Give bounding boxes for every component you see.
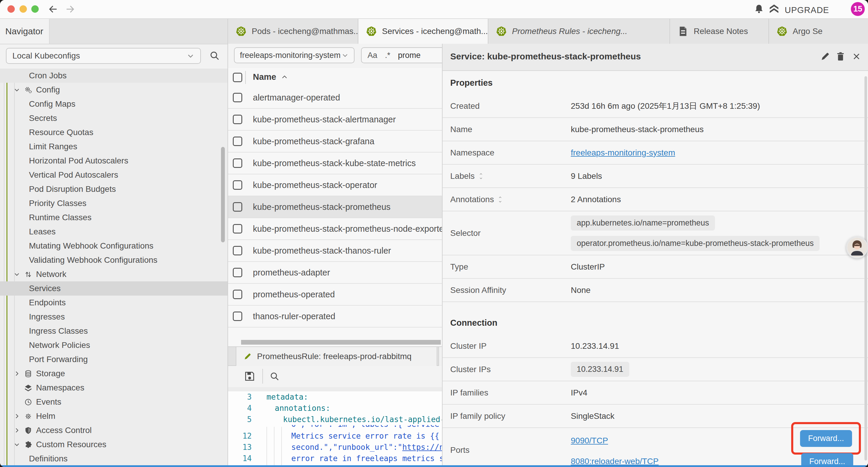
sidebar-item-pod-disruption-budgets[interactable]: Pod Disruption Budgets	[0, 182, 227, 196]
drawer-scrollbar[interactable]	[864, 76, 867, 461]
close-window-button[interactable]	[7, 5, 15, 13]
sidebar-item-helm[interactable]: Helm	[0, 409, 227, 423]
namespace-link[interactable]: freeleaps-monitoring-system	[571, 148, 675, 157]
service-name: kube-prometheus-stack-kube-state-metrics	[228, 158, 416, 168]
search-input[interactable]: Aa .* prome	[361, 47, 450, 63]
maximize-window-button[interactable]	[31, 5, 39, 13]
line-number: 3	[228, 391, 252, 403]
name-column-header[interactable]: Name	[253, 72, 288, 82]
sidebar-item-resource-quotas[interactable]: Resource Quotas	[0, 125, 227, 140]
sidebar-item-validating-webhook-configurations[interactable]: Validating Webhook Configurations	[0, 253, 227, 267]
tab-label: Argo Se	[793, 27, 823, 36]
sidebar-item-config[interactable]: Config	[0, 83, 227, 97]
row-checkbox[interactable]	[233, 268, 242, 277]
toolbar-divider	[262, 369, 263, 384]
tab-release-notes[interactable]: Release Notes	[670, 19, 769, 44]
match-case-toggle[interactable]: Aa	[368, 51, 377, 60]
line-number: 14	[228, 453, 252, 464]
navigator-scrollbar[interactable]	[221, 147, 225, 242]
helm-icon	[24, 412, 32, 420]
sidebar-item-label: Services	[0, 284, 61, 293]
select-all-checkbox[interactable]	[233, 73, 242, 82]
port-link[interactable]: 9090/TCP	[571, 436, 608, 445]
search-icon[interactable]	[209, 50, 220, 61]
search-icon[interactable]	[270, 371, 279, 381]
sidebar-item-custom-resources[interactable]: Custom Resources	[0, 437, 227, 451]
property-label: Namespace	[450, 148, 494, 157]
sidebar-item-mutating-webhook-configurations[interactable]: Mutating Webhook Configurations	[0, 239, 227, 253]
avatar[interactable]	[846, 236, 868, 258]
sidebar-item-definitions[interactable]: Definitions	[0, 451, 227, 466]
regex-toggle[interactable]: .*	[385, 51, 390, 60]
bell-icon[interactable]	[754, 4, 764, 14]
row-checkbox[interactable]	[233, 312, 242, 321]
sidebar-item-services[interactable]: Services	[0, 282, 227, 296]
row-checkbox[interactable]	[233, 202, 242, 212]
sidebar-item-network-policies[interactable]: Network Policies	[0, 338, 227, 352]
forward-button[interactable]: Forward...	[801, 453, 853, 467]
row-checkbox[interactable]	[233, 180, 242, 190]
sidebar-item-limit-ranges[interactable]: Limit Ranges	[0, 140, 227, 154]
sidebar-item-access-control[interactable]: Access Control	[0, 423, 227, 437]
drawer-header: Service: kube-prometheus-stack-prometheu…	[442, 44, 868, 71]
forward-button[interactable]: Forward...	[800, 430, 852, 447]
property-row-namespace: Namespacefreeleaps-monitoring-system	[442, 141, 868, 165]
sort-updown-icon[interactable]	[498, 196, 503, 203]
tab-services-icecheng-math[interactable]: Services - icecheng@math...	[359, 19, 488, 44]
sidebar-item-cron-jobs[interactable]: Cron Jobs	[0, 68, 227, 83]
row-checkbox[interactable]	[233, 93, 242, 102]
code-text: error rate in freeleaps metrics ser	[291, 453, 453, 464]
sidebar-item-ingress-classes[interactable]: Ingress Classes	[0, 324, 227, 338]
sidebar-item-secrets[interactable]: Secrets	[0, 111, 227, 125]
sidebar-item-priority-classes[interactable]: Priority Classes	[0, 196, 227, 210]
row-checkbox[interactable]	[233, 137, 242, 146]
chevron-right-icon	[13, 427, 20, 434]
sidebar-item-events[interactable]: Events	[0, 395, 227, 409]
sidebar-item-label: Ingresses	[0, 312, 65, 322]
namespace-filter-value: freeleaps-monitoring-system	[240, 51, 341, 60]
tab-navigator[interactable]: Navigator	[0, 19, 50, 44]
row-checkbox[interactable]	[233, 224, 242, 233]
property-label: Selector	[450, 229, 481, 238]
edit-pencil-icon[interactable]	[820, 52, 830, 61]
sidebar-item-horizontal-pod-autoscalers[interactable]: Horizontal Pod Autoscalers	[0, 154, 227, 168]
sidebar-item-config-maps[interactable]: Config Maps	[0, 97, 227, 111]
close-icon[interactable]	[851, 52, 862, 61]
port-link[interactable]: 8080:reloader-web/TCP	[571, 457, 658, 466]
tab-prometheus-rules-icecheng[interactable]: Prometheus Rules - icecheng...	[488, 19, 670, 44]
sidebar-item-label: Endpoints	[0, 298, 66, 308]
sidebar-item-namespaces[interactable]: Namespaces	[0, 381, 227, 395]
code-text: Metrics service error rate is {{ $va	[291, 430, 458, 442]
sidebar-item-vertical-pod-autoscalers[interactable]: Vertical Pod Autoscalers	[0, 168, 227, 182]
upgrade-label[interactable]: UPGRADE	[785, 5, 829, 15]
sidebar-item-storage[interactable]: Storage	[0, 367, 227, 381]
row-checkbox[interactable]	[233, 158, 242, 168]
tab-argo-se[interactable]: Argo Se	[769, 19, 868, 44]
sidebar-item-network[interactable]: Network	[0, 267, 227, 282]
save-icon[interactable]	[244, 371, 255, 382]
tab-prometheusrule-editor[interactable]: PrometheusRule: freeleaps-prod-rabbitmq	[236, 347, 437, 366]
kubeconfig-select[interactable]: Local Kubeconfigs	[6, 48, 201, 64]
table-horizontal-scrollbar[interactable]	[241, 340, 441, 345]
sidebar-item-label: Limit Ranges	[0, 142, 77, 151]
sidebar-item-runtime-classes[interactable]: Runtime Classes	[0, 210, 227, 225]
port-line: 8080:reloader-web/TCPForward...	[442, 451, 868, 467]
sidebar-item-endpoints[interactable]: Endpoints	[0, 296, 227, 310]
sort-updown-icon[interactable]	[478, 172, 484, 180]
tab-label: Prometheus Rules - icecheng...	[512, 27, 627, 36]
row-checkbox[interactable]	[233, 290, 242, 299]
namespace-filter-select[interactable]: freeleaps-monitoring-system	[234, 47, 354, 63]
sidebar-item-leases[interactable]: Leases	[0, 225, 227, 239]
upgrade-icon[interactable]	[769, 4, 779, 14]
minimize-window-button[interactable]	[20, 5, 27, 13]
row-checkbox[interactable]	[233, 115, 242, 124]
forward-icon[interactable]	[65, 4, 75, 14]
sidebar-item-ingresses[interactable]: Ingresses	[0, 310, 227, 324]
property-value: 9 Labels	[571, 171, 602, 181]
tab-pods-icecheng-mathmas[interactable]: Pods - icecheng@mathmas...	[228, 19, 359, 44]
sidebar-item-port-forwarding[interactable]: Port Forwarding	[0, 352, 227, 367]
notification-count-badge[interactable]: 15	[851, 2, 865, 16]
delete-trash-icon[interactable]	[836, 52, 845, 61]
back-icon[interactable]	[48, 4, 58, 14]
row-checkbox[interactable]	[233, 246, 242, 255]
